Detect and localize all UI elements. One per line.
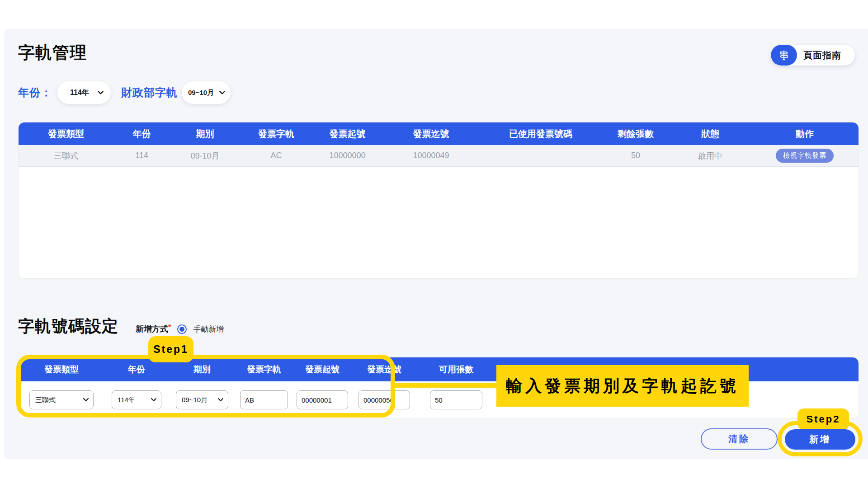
year-select-value: 114年 <box>70 88 89 98</box>
cell-invoice-type: 三聯式 <box>19 150 113 161</box>
step2-badge: Step2 <box>797 408 849 430</box>
cell-year: 114 <box>113 151 170 160</box>
form-header-start-no: 發票起號 <box>292 364 352 375</box>
add-mode-label: 新增方式* <box>136 324 171 334</box>
invoice-type-select-value: 三聯式 <box>35 396 56 404</box>
filter-bar: 年份： 114年 財政部字軌： 09~10月 <box>18 80 425 105</box>
ministry-track-filter-label: 財政部字軌： <box>121 85 189 100</box>
track-table-header-row: 發票類型 年份 期別 發票字軌 發票起號 發票迄號 已使用發票號碼 剩餘張數 狀… <box>19 122 859 145</box>
cell-end-no: 10000049 <box>382 151 480 160</box>
cell-period: 09-10月 <box>170 150 240 161</box>
cell-remaining: 50 <box>602 151 670 160</box>
annotation-connector-line <box>394 383 497 388</box>
page-title: 字軌管理 <box>18 42 87 64</box>
col-header-track: 發票字軌 <box>240 128 312 140</box>
form-header-year: 年份 <box>104 364 169 375</box>
form-header-available: 可用張數 <box>416 364 496 375</box>
track-letters-input[interactable] <box>240 390 288 409</box>
track-table-card: 發票類型 年份 期別 發票字軌 發票起號 發票迄號 已使用發票號碼 剩餘張數 狀… <box>18 122 859 279</box>
col-header-start-no: 發票起號 <box>312 128 382 140</box>
chevron-down-icon <box>218 398 223 402</box>
ministry-track-select[interactable]: 09~10月 <box>182 81 231 104</box>
section-title: 字軌號碼設定 <box>18 315 118 338</box>
radio-dot <box>179 327 184 332</box>
manual-add-radio[interactable] <box>177 324 187 334</box>
page-guide-button[interactable]: 頁面指南 <box>771 45 855 66</box>
chevron-down-icon <box>83 398 89 402</box>
instruction-annotation: 輸入發票期別及字軌起訖號 <box>496 365 749 407</box>
ministry-track-select-value: 09~10月 <box>188 89 214 97</box>
form-header-invoice-type: 發票類型 <box>19 364 104 375</box>
chevron-down-icon <box>151 398 156 402</box>
year-filter-label: 年份： <box>18 85 52 100</box>
year-form-select[interactable]: 114年 <box>112 390 161 409</box>
col-header-used: 已使用發票號碼 <box>480 128 602 140</box>
page-guide-label: 頁面指南 <box>797 45 851 66</box>
col-header-period: 期別 <box>170 128 240 140</box>
period-select-value: 09~10月 <box>182 396 208 404</box>
signpost-icon <box>771 45 797 66</box>
end-number-input[interactable] <box>359 390 410 409</box>
form-header-track: 發票字軌 <box>236 364 292 375</box>
col-header-year: 年份 <box>113 128 170 140</box>
chevron-down-icon <box>98 91 104 95</box>
view-track-invoices-button[interactable]: 檢視字軌發票 <box>776 149 834 163</box>
clear-button[interactable]: 清除 <box>701 428 778 450</box>
col-header-status: 狀態 <box>670 128 751 140</box>
table-row: 三聯式 114 09-10月 AC 10000000 10000049 50 啟… <box>19 145 859 167</box>
required-asterisk: * <box>168 324 171 331</box>
start-number-input[interactable] <box>297 390 348 409</box>
manual-add-radio-label: 手動新增 <box>193 324 224 334</box>
cell-start-no: 10000000 <box>312 151 382 160</box>
period-select[interactable]: 09~10月 <box>176 390 228 409</box>
form-header-period: 期別 <box>169 364 236 375</box>
instruction-text: 輸入發票期別及字軌起訖號 <box>506 375 739 397</box>
available-count-input[interactable] <box>430 390 482 409</box>
cell-track: AC <box>240 151 312 160</box>
year-form-select-value: 114年 <box>118 396 135 404</box>
form-header-end-no: 發票迄號 <box>352 364 416 375</box>
step1-badge: Step1 <box>148 336 193 362</box>
year-select[interactable]: 114年 <box>57 81 111 104</box>
col-header-remaining: 剩餘張數 <box>602 128 670 140</box>
invoice-type-select[interactable]: 三聯式 <box>29 390 94 409</box>
col-header-end-no: 發票迄號 <box>382 128 480 140</box>
chevron-down-icon <box>219 91 225 95</box>
add-button[interactable]: 新增 <box>785 429 855 450</box>
add-mode-row: 新增方式* 手動新增 <box>136 324 224 334</box>
col-header-invoice-type: 發票類型 <box>19 128 113 140</box>
cell-status: 啟用中 <box>670 150 751 161</box>
col-header-action: 動作 <box>751 128 859 140</box>
